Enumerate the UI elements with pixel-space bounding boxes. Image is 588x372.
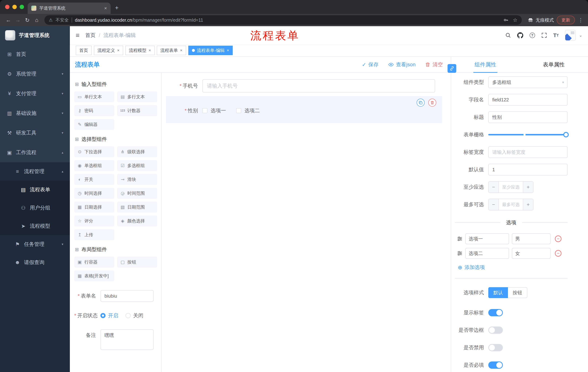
- option-2-value-input[interactable]: [512, 248, 551, 259]
- palette-item-upload[interactable]: ↥上传: [74, 229, 114, 240]
- option-style-button[interactable]: 按钮: [508, 287, 527, 298]
- option-2-name-input[interactable]: [465, 248, 509, 259]
- palette-item-rate[interactable]: ☆评分: [74, 215, 114, 226]
- palette-item-editor[interactable]: ✎编辑器: [74, 119, 114, 130]
- checkbox-option-2[interactable]: 选项二: [236, 107, 260, 114]
- drag-handle-icon[interactable]: [457, 236, 462, 242]
- palette-item-time-range[interactable]: ◶时间范围: [117, 188, 157, 199]
- browser-update-button[interactable]: 更新: [557, 16, 575, 24]
- address-bar[interactable]: ⚠ 不安全 dashboard.yudao.iocoder.cn/bpm/man…: [44, 15, 522, 25]
- canvas-field-phone[interactable]: *手机号: [166, 79, 442, 93]
- option-1-value-input[interactable]: [512, 233, 551, 244]
- tag-process-form[interactable]: 流程表单 ×: [157, 46, 186, 55]
- minimize-window-button[interactable]: [12, 5, 17, 9]
- tag-process-form-edit[interactable]: 流程表单-编辑 ×: [188, 46, 233, 55]
- tag-home[interactable]: 首页: [76, 46, 92, 55]
- drag-handle-icon[interactable]: [457, 251, 462, 256]
- github-icon[interactable]: [517, 32, 524, 38]
- with-border-toggle[interactable]: [488, 327, 503, 334]
- home-icon[interactable]: ⌂: [32, 17, 42, 23]
- search-icon[interactable]: [505, 32, 511, 38]
- stepper-plus-button[interactable]: +: [523, 182, 533, 192]
- disabled-toggle[interactable]: [488, 344, 503, 351]
- sidebar-item-payment-management[interactable]: ¥ 支付管理 ▾: [0, 84, 70, 103]
- browser-menu-icon[interactable]: ⋮: [577, 17, 584, 23]
- sidebar-item-process-form[interactable]: ▤ 流程表单: [0, 181, 70, 199]
- option-1-name-input[interactable]: [465, 233, 509, 244]
- sidebar-item-dev-tools[interactable]: ⚒ 研发工具 ▾: [0, 123, 70, 143]
- remove-option-button[interactable]: −: [555, 250, 561, 257]
- palette-item-counter[interactable]: 123计数器: [117, 105, 157, 116]
- form-grid-slider[interactable]: [488, 134, 566, 135]
- required-toggle[interactable]: [488, 361, 503, 369]
- hamburger-icon[interactable]: ≡: [76, 32, 80, 39]
- password-key-icon[interactable]: [504, 18, 508, 22]
- sidebar-item-user-groups[interactable]: ⚇ 用户分组: [0, 199, 70, 217]
- forward-icon[interactable]: →: [13, 17, 22, 23]
- bookmark-star-icon[interactable]: ☆: [513, 17, 517, 23]
- tab-close-icon[interactable]: ×: [104, 5, 107, 11]
- max-select-input[interactable]: [499, 199, 523, 210]
- option-style-default[interactable]: 默认: [488, 287, 508, 298]
- copy-field-button[interactable]: [417, 99, 425, 107]
- clear-button[interactable]: 清空: [425, 61, 443, 68]
- reload-icon[interactable]: ↻: [22, 17, 32, 23]
- default-value-input[interactable]: [488, 164, 568, 175]
- tag-close-icon[interactable]: ×: [149, 48, 151, 53]
- save-button[interactable]: ✓ 保存: [362, 61, 378, 68]
- palette-item-password[interactable]: ⚷密码: [74, 105, 114, 116]
- sidebar-item-home[interactable]: ⊞ 首页: [0, 44, 70, 64]
- avatar[interactable]: [565, 30, 576, 41]
- tag-process-model[interactable]: 流程模型 ×: [125, 46, 155, 55]
- component-type-select[interactable]: 多选框组▾: [488, 76, 568, 88]
- canvas-field-gender-selected[interactable]: *性别 选项一 选项二: [166, 96, 442, 123]
- palette-item-button[interactable]: ▢按钮: [117, 257, 157, 267]
- tab-component-props[interactable]: 组件属性: [451, 57, 520, 73]
- close-window-button[interactable]: [5, 5, 10, 9]
- sidebar-item-process-model[interactable]: ➤ 流程模型: [0, 217, 70, 235]
- sidebar-item-workflow[interactable]: ▣ 工作流程 ▴: [0, 143, 70, 162]
- show-label-toggle[interactable]: [488, 309, 503, 316]
- add-option-button[interactable]: ⊕ 添加选项: [458, 264, 568, 271]
- fullscreen-icon[interactable]: [541, 32, 547, 38]
- form-remark-textarea[interactable]: 嘿嘿: [100, 329, 154, 350]
- field-name-input[interactable]: [488, 94, 568, 106]
- tab-form-props[interactable]: 表单属性: [520, 57, 588, 73]
- palette-item-date-picker[interactable]: ▦日期选择: [74, 202, 114, 213]
- radio-status-on[interactable]: 开启: [100, 312, 118, 319]
- tag-close-icon[interactable]: ×: [117, 48, 119, 53]
- title-input[interactable]: [488, 111, 568, 123]
- palette-item-table[interactable]: ▦表格[开发中]: [74, 270, 114, 281]
- tag-process-definition[interactable]: 流程定义 ×: [94, 46, 123, 55]
- palette-item-select[interactable]: ⊙下拉选择: [74, 146, 114, 157]
- stepper-minus-button[interactable]: −: [489, 199, 499, 210]
- sidebar-item-system-management[interactable]: ⚙ 系统管理 ▾: [0, 64, 70, 84]
- palette-item-cascader[interactable]: ⋔级联选择: [117, 146, 157, 157]
- slider-handle[interactable]: [563, 132, 569, 138]
- palette-item-multi-line-text[interactable]: ▤多行文本: [117, 91, 157, 102]
- radio-status-off[interactable]: 关闭: [126, 312, 143, 319]
- remove-option-button[interactable]: −: [555, 235, 561, 242]
- palette-item-slider[interactable]: ⊸滑块: [117, 174, 157, 185]
- label-width-input[interactable]: [488, 146, 568, 158]
- palette-item-switch[interactable]: ◐开关: [74, 174, 114, 185]
- browser-tab[interactable]: 芋道管理系统 ×: [28, 2, 111, 14]
- tag-close-icon[interactable]: ×: [180, 48, 182, 53]
- sidebar-item-process-management[interactable]: ≡ 流程管理 ▴: [0, 162, 70, 181]
- palette-item-color-picker[interactable]: ◈颜色选择: [117, 215, 157, 226]
- help-icon[interactable]: ?: [530, 32, 535, 38]
- breadcrumb-home[interactable]: 首页: [85, 32, 95, 39]
- sidebar-item-leave-query[interactable]: ☻ 请假查询: [0, 253, 70, 272]
- panel-collapse-handle[interactable]: [448, 64, 456, 73]
- sidebar-item-task-management[interactable]: ⚑ 任务管理 ▾: [0, 235, 70, 253]
- back-icon[interactable]: ←: [4, 17, 13, 23]
- view-json-button[interactable]: 查看json: [388, 61, 416, 68]
- maximize-window-button[interactable]: [20, 5, 24, 9]
- stepper-plus-button[interactable]: +: [523, 199, 533, 210]
- palette-item-checkbox-group[interactable]: ☑多选框组: [117, 160, 157, 171]
- stepper-minus-button[interactable]: −: [489, 182, 499, 192]
- form-canvas[interactable]: *手机号: [162, 73, 451, 372]
- font-size-icon[interactable]: TT: [553, 32, 559, 38]
- sidebar-logo[interactable]: 芋道管理系统: [0, 26, 70, 44]
- avatar-caret-icon[interactable]: ⌄: [579, 33, 582, 37]
